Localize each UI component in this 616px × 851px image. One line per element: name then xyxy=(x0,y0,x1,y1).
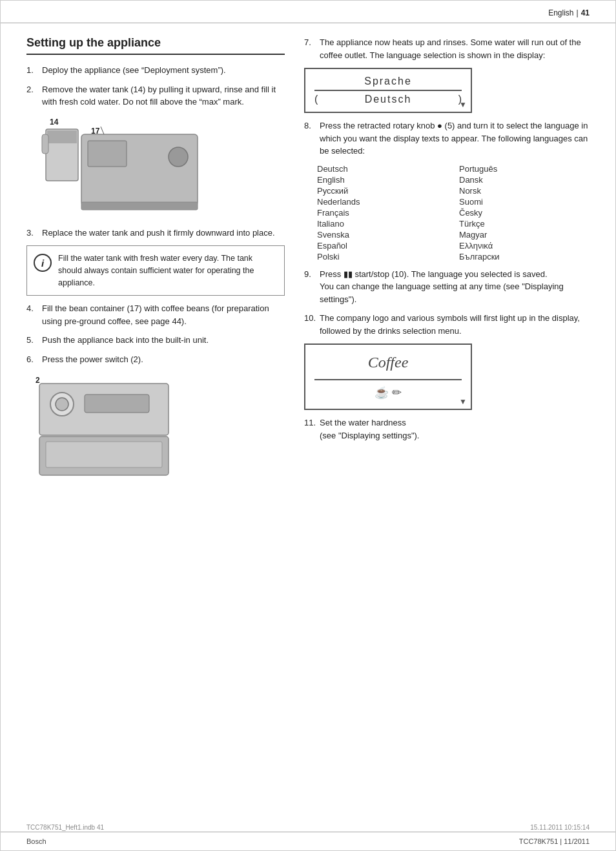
header-language: English xyxy=(548,8,573,17)
svg-rect-4 xyxy=(169,147,188,167)
lang-2-1: Norsk xyxy=(459,186,588,196)
step-11-num: 11. xyxy=(304,416,320,442)
left-column: Setting up the appliance 1. Deploy the a… xyxy=(26,36,285,490)
step-2-num: 2. xyxy=(26,83,42,108)
lang-6-0: Svenska xyxy=(317,230,446,240)
step-7-text: The appliance now heats up and rinses. S… xyxy=(320,36,588,61)
header-page-number: 41 xyxy=(581,8,590,17)
lang-2-0: Русский xyxy=(317,186,446,196)
svg-point-11 xyxy=(56,398,68,411)
display-sprache-top: Sprache xyxy=(314,76,462,87)
step-11-text: Set the water hardness(see "Displaying s… xyxy=(320,416,588,442)
step-5-text: Push the appliance back into the built-i… xyxy=(42,334,285,347)
page-wrapper: English | 41 Setting up the appliance 1.… xyxy=(0,0,616,851)
power-switch-svg xyxy=(26,372,194,485)
step-4-text: Fill the bean container (17) with coffee… xyxy=(42,302,285,327)
step-6: 6. Press the power switch (2). xyxy=(26,353,285,366)
display-coffee-text: Coffee xyxy=(314,351,462,374)
svg-rect-6 xyxy=(81,202,198,210)
svg-rect-2 xyxy=(42,134,48,154)
lang-5-0: Italiano xyxy=(317,219,446,229)
lang-3-0: Nederlands xyxy=(317,197,446,207)
display-arrow-1: ▼ xyxy=(459,100,467,109)
display-coffee: Coffee ☕ ✏ ▼ xyxy=(304,343,472,410)
display-coffee-icons: ☕ ✏ xyxy=(314,383,462,402)
step-2: 2. Remove the water tank (14) by pulling… xyxy=(26,83,285,108)
lang-7-1: Ελληνικά xyxy=(459,241,588,251)
step-3-num: 3. xyxy=(26,227,42,240)
lang-7-0: Español xyxy=(317,241,446,251)
step-11: 11. Set the water hardness(see "Displayi… xyxy=(304,416,588,442)
power-switch-diagram: 2 xyxy=(26,372,194,485)
step-9: 9. Press ▮▮ start/stop (10). The languag… xyxy=(304,268,588,306)
appliance-diagram: 14 17 xyxy=(26,115,207,221)
page-footer: Bosch TCC78K751 | 11/2011 xyxy=(1,832,615,850)
step-4-num: 4. xyxy=(26,302,42,327)
step-5-num: 5. xyxy=(26,334,42,347)
footer-sub: TCC78K751_Heft1.indb 41 15.11.2011 10:15… xyxy=(1,824,615,831)
svg-line-8 xyxy=(101,127,104,134)
step-10: 10. The company logo and various symbols… xyxy=(304,312,588,337)
display-deutsch: Deutsch xyxy=(365,94,412,105)
step-8-num: 8. xyxy=(304,119,320,158)
step-7: 7. The appliance now heats up and rinses… xyxy=(304,36,588,61)
language-grid: Deutsch Português English Dansk Русский … xyxy=(317,164,588,261)
step-10-text: The company logo and various symbols wil… xyxy=(320,312,588,337)
display-sprache-row: ( Deutsch ) xyxy=(314,94,462,105)
lang-3-1: Suomi xyxy=(459,197,588,207)
lang-0-0: Deutsch xyxy=(317,164,446,174)
step-6-text: Press the power switch (2). xyxy=(42,353,285,366)
lang-4-0: Français xyxy=(317,208,446,218)
footer-brand: Bosch xyxy=(26,837,46,845)
right-column: 7. The appliance now heats up and rinses… xyxy=(304,36,588,490)
step-6-num: 6. xyxy=(26,353,42,366)
page-header: English | 41 xyxy=(1,1,615,23)
appliance-svg xyxy=(26,115,207,221)
lang-1-1: Dansk xyxy=(459,175,588,185)
lang-0-1: Português xyxy=(459,164,588,174)
step-7-num: 7. xyxy=(304,36,320,61)
info-box: i Fill the water tank with fresh water e… xyxy=(26,245,285,296)
lang-1-0: English xyxy=(317,175,446,185)
svg-rect-1 xyxy=(47,130,77,143)
step-2-text: Remove the water tank (14) by pulling it… xyxy=(42,83,285,108)
svg-rect-5 xyxy=(88,141,127,167)
lang-4-1: Česky xyxy=(459,208,588,218)
info-text: Fill the water tank with fresh water eve… xyxy=(58,252,278,289)
step-8: 8. Press the retracted rotary knob ● (5)… xyxy=(304,119,588,158)
footer-sub-right: 15.11.2011 10:15:14 xyxy=(530,824,590,831)
lang-8-1: Български xyxy=(459,252,588,261)
step-1: 1. Deploy the appliance (see “Deployment… xyxy=(26,64,285,77)
step-9-num: 9. xyxy=(304,268,320,306)
header-separator: | xyxy=(577,8,579,17)
step-1-num: 1. xyxy=(26,64,42,77)
svg-rect-12 xyxy=(85,395,149,413)
section-heading: Setting up the appliance xyxy=(26,36,285,55)
main-content: Setting up the appliance 1. Deploy the a… xyxy=(1,23,615,529)
step-3: 3. Replace the water tank and push it fi… xyxy=(26,227,285,240)
step-8-text: Press the retracted rotary knob ● (5) an… xyxy=(320,119,588,158)
svg-rect-14 xyxy=(46,442,162,467)
footer-model: TCC78K751 | 11/2011 xyxy=(519,837,590,845)
lang-8-0: Polski xyxy=(317,252,446,261)
info-icon: i xyxy=(34,254,52,272)
display-arrow-2: ▼ xyxy=(459,397,467,406)
step-9-text: Press ▮▮ start/stop (10). The language y… xyxy=(320,268,588,306)
step-5: 5. Push the appliance back into the buil… xyxy=(26,334,285,347)
step-10-num: 10. xyxy=(304,312,320,337)
display-left-bracket: ( xyxy=(314,94,318,105)
step-3-text: Replace the water tank and push it firml… xyxy=(42,227,285,240)
step-1-text: Deploy the appliance (see “Deployment sy… xyxy=(42,64,285,77)
display-sprache: Sprache ( Deutsch ) ▼ xyxy=(304,68,472,113)
footer-sub-left: TCC78K751_Heft1.indb 41 xyxy=(26,824,104,831)
lang-6-1: Magyar xyxy=(459,230,588,240)
step-4: 4. Fill the bean container (17) with cof… xyxy=(26,302,285,327)
lang-5-1: Türkçe xyxy=(459,219,588,229)
